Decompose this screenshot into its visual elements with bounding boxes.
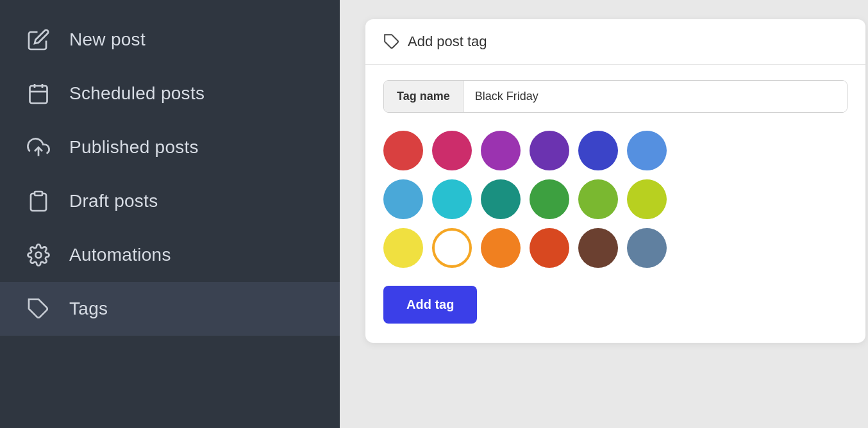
- sidebar: New post Scheduled posts Published posts…: [0, 0, 340, 428]
- color-dot-c16[interactable]: [530, 228, 569, 268]
- sidebar-item-tags[interactable]: Tags: [0, 282, 340, 336]
- color-dot-c4[interactable]: [530, 131, 569, 170]
- sidebar-item-scheduled-posts[interactable]: Scheduled posts: [0, 67, 340, 120]
- color-dot-c11[interactable]: [578, 179, 618, 219]
- add-tag-button[interactable]: Add tag: [383, 286, 477, 324]
- color-dot-c6[interactable]: [627, 131, 667, 170]
- svg-rect-5: [35, 192, 42, 195]
- add-post-tag-card: Add post tag Tag name Add tag: [365, 19, 865, 343]
- main-content: Add post tag Tag name Add tag: [340, 0, 868, 428]
- card-body: Tag name Add tag: [365, 65, 865, 343]
- sidebar-item-new-post-label: New post: [69, 29, 146, 50]
- clipboard-icon: [26, 188, 51, 214]
- color-dot-c13[interactable]: [383, 228, 423, 268]
- tag-name-label: Tag name: [384, 81, 463, 112]
- tag-header-icon: [383, 33, 400, 50]
- tag-name-input[interactable]: [463, 81, 847, 112]
- color-dot-c12[interactable]: [627, 179, 667, 219]
- sidebar-item-new-post[interactable]: New post: [0, 13, 340, 67]
- pencil-icon: [26, 27, 51, 53]
- sidebar-item-automations-label: Automations: [69, 245, 171, 265]
- svg-rect-0: [30, 86, 47, 103]
- color-dot-c17[interactable]: [578, 228, 618, 268]
- color-dot-c9[interactable]: [481, 179, 521, 219]
- color-dot-c3[interactable]: [481, 131, 521, 170]
- color-dot-c8[interactable]: [432, 179, 472, 219]
- sidebar-item-draft-posts-label: Draft posts: [69, 191, 158, 211]
- color-dot-c1[interactable]: [383, 131, 423, 170]
- card-title: Add post tag: [408, 33, 487, 50]
- sidebar-item-tags-label: Tags: [69, 299, 108, 319]
- color-dot-c7[interactable]: [383, 179, 423, 219]
- color-row-1: [383, 179, 847, 219]
- color-dot-c5[interactable]: [578, 131, 618, 170]
- color-dot-c10[interactable]: [530, 179, 569, 219]
- svg-point-6: [36, 252, 42, 258]
- sidebar-item-scheduled-posts-label: Scheduled posts: [69, 83, 204, 104]
- card-header: Add post tag: [365, 19, 865, 65]
- color-row-0: [383, 131, 847, 170]
- upload-cloud-icon: [26, 135, 51, 160]
- color-grid: [383, 131, 847, 268]
- color-dot-c2[interactable]: [432, 131, 472, 170]
- gear-icon: [26, 242, 51, 268]
- sidebar-item-draft-posts[interactable]: Draft posts: [0, 174, 340, 228]
- sidebar-item-published-posts[interactable]: Published posts: [0, 120, 340, 174]
- color-dot-c14[interactable]: [432, 228, 472, 268]
- tag-icon: [26, 296, 51, 322]
- color-row-2: [383, 228, 847, 268]
- calendar-icon: [26, 81, 51, 106]
- color-dot-c18[interactable]: [627, 228, 667, 268]
- color-dot-c15[interactable]: [481, 228, 521, 268]
- tag-name-row: Tag name: [383, 80, 847, 113]
- sidebar-item-published-posts-label: Published posts: [69, 137, 199, 158]
- sidebar-item-automations[interactable]: Automations: [0, 228, 340, 282]
